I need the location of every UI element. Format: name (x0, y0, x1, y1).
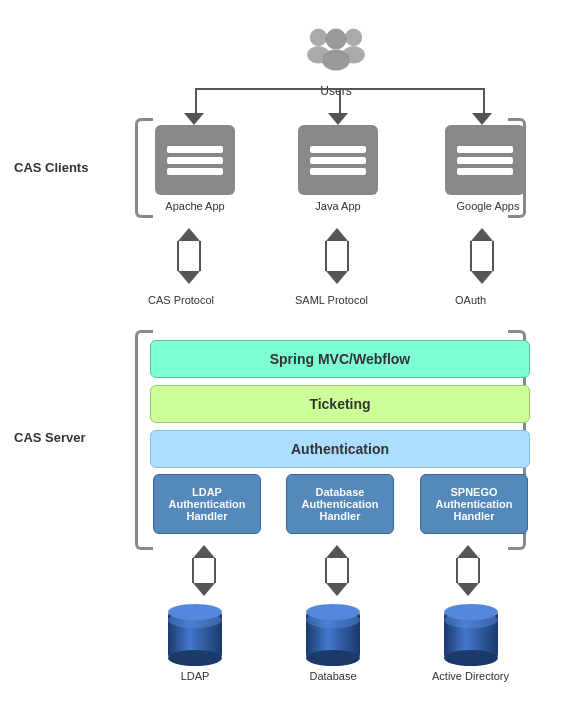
oauth-label: OAuth (455, 294, 486, 306)
oauth-arrow (470, 228, 494, 284)
cas-server-label: CAS Server (14, 430, 86, 445)
active-directory-label: Active Directory (432, 670, 509, 682)
spnego-arrow (456, 545, 480, 596)
ldap-handler-box: LDAP Authentication Handler (153, 474, 261, 534)
cas-clients-top (153, 118, 508, 120)
db-handler-label: Database Authentication Handler (302, 486, 379, 522)
ldap-arrow (192, 545, 216, 596)
svg-point-2 (345, 29, 363, 47)
saml-protocol-label: SAML Protocol (295, 294, 368, 306)
app-line-1 (167, 146, 223, 153)
java-app-box (298, 125, 378, 195)
apache-app-label: Apache App (148, 200, 242, 212)
ticketing-label: Ticketing (309, 396, 370, 412)
svg-point-13 (306, 612, 360, 628)
app-line-3 (167, 168, 223, 175)
svg-point-9 (168, 612, 222, 628)
svg-point-5 (322, 50, 350, 71)
svg-point-17 (444, 612, 498, 628)
spring-mvc-label: Spring MVC/Webflow (270, 351, 411, 367)
users-label: Users (296, 84, 376, 98)
db-handler-arrow (325, 545, 349, 596)
users-icon (301, 20, 371, 80)
ldap-cylinder: LDAP (160, 600, 230, 682)
users-line (339, 88, 341, 116)
spring-mvc-box: Spring MVC/Webflow (150, 340, 530, 378)
spnego-handler-label: SPNEGO Authentication Handler (436, 486, 513, 522)
app-line-3 (457, 168, 513, 175)
authentication-box: Authentication (150, 430, 530, 468)
db-handler-box: Database Authentication Handler (286, 474, 394, 534)
database-label: Database (309, 670, 356, 682)
diagram: Users CAS Clients Apache App Java App (0, 0, 585, 728)
svg-point-4 (326, 29, 347, 50)
horiz-line (195, 88, 485, 90)
google-apps-label: Google Apps (438, 200, 538, 212)
users-area: Users (296, 20, 376, 98)
java-app-label: Java App (291, 200, 385, 212)
database-cylinder: Database (298, 600, 368, 682)
cas-clients-label: CAS Clients (14, 160, 88, 175)
svg-point-16 (444, 650, 498, 666)
svg-point-8 (168, 650, 222, 666)
app-line-2 (310, 157, 366, 164)
active-directory-cylinder: Active Directory (432, 600, 509, 682)
app-line-3 (310, 168, 366, 175)
cas-protocol-arrow (177, 228, 201, 284)
google-apps-box (445, 125, 525, 195)
cas-protocol-label: CAS Protocol (148, 294, 214, 306)
authentication-label: Authentication (291, 441, 389, 457)
ldap-label: LDAP (181, 670, 210, 682)
apache-app-box (155, 125, 235, 195)
app-line-2 (167, 157, 223, 164)
spnego-handler-box: SPNEGO Authentication Handler (420, 474, 528, 534)
app-line-1 (310, 146, 366, 153)
app-line-1 (457, 146, 513, 153)
svg-point-0 (310, 29, 328, 47)
ldap-handler-label: LDAP Authentication Handler (169, 486, 246, 522)
saml-protocol-arrow (325, 228, 349, 284)
ticketing-box: Ticketing (150, 385, 530, 423)
app-line-2 (457, 157, 513, 164)
svg-point-12 (306, 650, 360, 666)
